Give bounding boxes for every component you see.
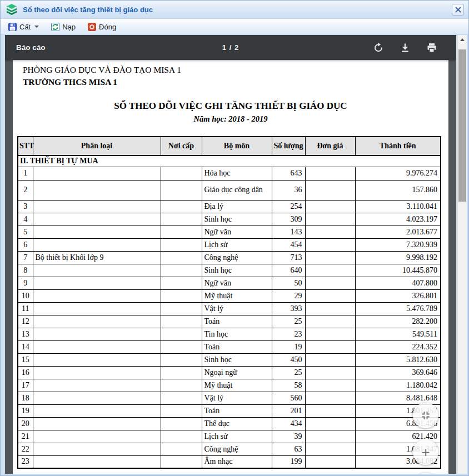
cell-phan-loai [33,392,161,404]
table-row: 14Toán19224.352 [18,340,441,353]
viewer-header: Báo cáo 1 / 2 [5,35,456,60]
cell-so-luong: 640 [272,264,305,277]
table-row: 1Hóa học6439.976.274 [18,167,441,180]
red-power-icon [88,23,96,31]
cell-don-gia [305,340,355,353]
report-page: PHÒNG GIÁO DỤC VÀ ĐÀO TẠO MISA 1 TRƯỜNG … [13,60,448,474]
cell-don-gia [305,238,355,251]
cell-thanh-tien: 549.511 [355,328,441,340]
cell-bo-mon: Âm nhạc [202,455,272,468]
cell-bo-mon: Thể dục [202,417,272,430]
table-row: 11Vật lý3935.476.789 [18,302,441,315]
cell-stt: 4 [18,213,33,226]
fit-to-page-icon [420,410,431,421]
table-row: 7Bộ thiết bị Khối lớp 9Công nghệ7139.998… [18,251,441,264]
cell-bo-mon: Giáo dục công dân [202,180,272,200]
cell-so-luong: 560 [272,392,305,404]
cell-phan-loai [33,289,161,302]
col-header-noi-cap: Nơi cấp [161,137,202,156]
close-button[interactable]: Đóng [83,21,121,33]
cell-bo-mon: Sinh học [202,213,272,226]
cell-noi-cap [161,404,202,417]
cell-stt: 14 [18,340,33,353]
cell-thanh-tien: 10.445.870 [355,264,441,277]
download-icon[interactable] [400,42,411,53]
refresh-page-icon [51,23,59,31]
cell-noi-cap [161,328,202,340]
cell-phan-loai [33,238,161,251]
cell-stt: 18 [18,392,33,404]
cell-stt: 1 [18,167,33,180]
col-header-stt: STT [18,137,33,156]
cell-thanh-tien: 369.646 [355,366,441,379]
table-row: 16Ngoại ngữ25369.646 [18,366,441,379]
cell-bo-mon: Lịch sử [202,430,272,443]
cell-so-luong: 643 [272,167,305,180]
cell-don-gia [305,455,355,468]
misa-layers-icon [5,3,18,16]
cell-phan-loai [33,180,161,200]
cell-so-luong: 29 [272,289,305,302]
table-row: 20Thể dục4346.891.456 [18,417,441,430]
cell-stt: 23 [18,455,33,468]
table-row: 13Tin học23549.511 [18,328,441,340]
cell-so-luong: 25 [272,315,305,328]
load-button[interactable]: Nạp [47,21,80,33]
cell-phan-loai [33,328,161,340]
cell-don-gia [305,302,355,315]
cell-so-luong: 454 [272,238,305,251]
cell-so-luong: 58 [272,379,305,392]
save-button[interactable]: Cất [4,21,43,33]
cell-don-gia [305,213,355,226]
zoom-in-button[interactable]: + [413,439,438,465]
cell-bo-mon: Ngữ văn [202,277,272,289]
table-row: 8Sinh học64010.445.870 [18,264,441,277]
department-name: PHÒNG GIÁO DỤC VÀ ĐÀO TẠO MISA 1 [23,64,440,76]
vertical-scrollbar[interactable] [457,35,467,474]
section-label: II. THIẾT BỊ TỰ MUA [18,156,441,167]
cell-noi-cap [161,430,202,443]
print-icon[interactable] [426,42,437,53]
cell-phan-loai [33,200,161,213]
scroll-up-button[interactable] [458,35,467,44]
table-row: 2Giáo dục công dân36157.860 [18,180,441,200]
table-row: 23Âm nhạc1993.084.082 [18,455,441,468]
cell-so-luong: 23 [272,328,305,340]
cell-so-luong: 254 [272,200,305,213]
cell-bo-mon: Địa lý [202,200,272,213]
cell-thanh-tien: 7.320.939 [355,238,441,251]
rotate-icon[interactable] [373,42,384,53]
cell-noi-cap [161,340,202,353]
cell-noi-cap [161,417,202,430]
app-window: { "window": { "title": "Sổ theo dõi việc… [0,0,469,476]
cell-noi-cap [161,264,202,277]
cell-noi-cap [161,392,202,404]
cell-thanh-tien: 157.860 [355,180,441,200]
cell-bo-mon: Toán [202,404,272,417]
cell-phan-loai [33,404,161,417]
scrollbar-thumb[interactable] [458,49,466,202]
cell-phan-loai [33,213,161,226]
table-body: 1Hóa học6439.976.2742Giáo dục công dân36… [18,167,441,468]
viewer-actions [373,42,437,53]
fit-to-page-button[interactable] [413,403,438,428]
cell-stt: 9 [18,277,33,289]
cell-so-luong: 143 [272,226,305,238]
cell-noi-cap [161,180,202,200]
cell-don-gia [305,430,355,443]
section-row: II. THIẾT BỊ TỰ MUA [18,156,441,167]
cell-don-gia [305,264,355,277]
window-close-button[interactable] [452,4,464,16]
cell-noi-cap [161,251,202,264]
cell-bo-mon: Vật lý [202,302,272,315]
cell-thanh-tien: 326.801 [355,289,441,302]
cell-noi-cap [161,289,202,302]
cell-don-gia [305,404,355,417]
cell-thanh-tien: 3.110.041 [355,200,441,213]
cell-so-luong: 713 [272,251,305,264]
cell-phan-loai [33,302,161,315]
cell-thanh-tien: 224.352 [355,340,441,353]
cell-noi-cap [161,443,202,455]
cell-thanh-tien: 9.976.274 [355,167,441,180]
cell-don-gia [305,226,355,238]
